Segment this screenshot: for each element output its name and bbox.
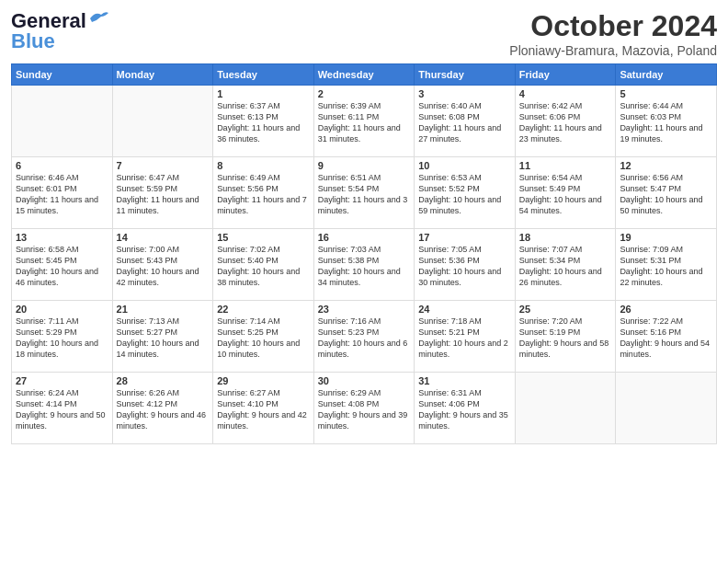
day-number: 21 <box>117 304 210 315</box>
day-number: 29 <box>217 375 310 386</box>
day-of-week-header: Monday <box>112 64 213 86</box>
day-number: 22 <box>217 304 310 315</box>
day-number: 11 <box>519 160 612 171</box>
calendar-cell: 25Sunrise: 7:20 AM Sunset: 5:19 PM Dayli… <box>515 301 616 373</box>
calendar-week-row: 1Sunrise: 6:37 AM Sunset: 6:13 PM Daylig… <box>12 86 717 157</box>
calendar-cell: 12Sunrise: 6:56 AM Sunset: 5:47 PM Dayli… <box>616 157 717 229</box>
calendar-cell: 7Sunrise: 6:47 AM Sunset: 5:59 PM Daylig… <box>112 157 213 229</box>
day-number: 7 <box>117 160 210 171</box>
day-number: 10 <box>418 160 511 171</box>
calendar-cell: 3Sunrise: 6:40 AM Sunset: 6:08 PM Daylig… <box>415 86 516 157</box>
calendar-cell <box>12 86 113 157</box>
calendar-cell: 18Sunrise: 7:07 AM Sunset: 5:34 PM Dayli… <box>515 229 616 301</box>
calendar-cell: 20Sunrise: 7:11 AM Sunset: 5:29 PM Dayli… <box>12 301 113 373</box>
day-info: Sunrise: 6:26 AM Sunset: 4:12 PM Dayligh… <box>117 387 210 432</box>
day-info: Sunrise: 6:49 AM Sunset: 5:56 PM Dayligh… <box>217 172 310 217</box>
day-info: Sunrise: 6:27 AM Sunset: 4:10 PM Dayligh… <box>217 387 310 432</box>
day-info: Sunrise: 6:37 AM Sunset: 6:13 PM Dayligh… <box>217 100 310 145</box>
calendar-week-row: 13Sunrise: 6:58 AM Sunset: 5:45 PM Dayli… <box>12 229 717 301</box>
day-info: Sunrise: 6:56 AM Sunset: 5:47 PM Dayligh… <box>620 172 712 217</box>
calendar-cell: 6Sunrise: 6:46 AM Sunset: 6:01 PM Daylig… <box>12 157 113 229</box>
calendar-cell: 31Sunrise: 6:31 AM Sunset: 4:06 PM Dayli… <box>415 373 516 444</box>
calendar-cell <box>616 373 717 444</box>
calendar-cell: 23Sunrise: 7:16 AM Sunset: 5:23 PM Dayli… <box>313 301 415 373</box>
day-info: Sunrise: 6:24 AM Sunset: 4:14 PM Dayligh… <box>16 387 108 432</box>
day-number: 28 <box>117 375 210 386</box>
day-info: Sunrise: 6:47 AM Sunset: 5:59 PM Dayligh… <box>117 172 210 217</box>
day-info: Sunrise: 7:16 AM Sunset: 5:23 PM Dayligh… <box>318 316 411 361</box>
calendar-cell: 14Sunrise: 7:00 AM Sunset: 5:43 PM Dayli… <box>112 229 213 301</box>
day-number: 1 <box>217 88 310 99</box>
day-of-week-header: Sunday <box>12 64 113 86</box>
header: General Blue October 2024 Ploniawy-Bramu… <box>11 9 717 58</box>
day-info: Sunrise: 7:22 AM Sunset: 5:16 PM Dayligh… <box>620 316 712 361</box>
logo: General Blue <box>11 9 108 53</box>
calendar-cell: 19Sunrise: 7:09 AM Sunset: 5:31 PM Dayli… <box>616 229 717 301</box>
day-number: 31 <box>418 375 511 386</box>
day-info: Sunrise: 6:53 AM Sunset: 5:52 PM Dayligh… <box>418 172 511 217</box>
calendar-cell: 4Sunrise: 6:42 AM Sunset: 6:06 PM Daylig… <box>515 86 616 157</box>
logo-bird-icon <box>88 9 108 26</box>
day-number: 5 <box>620 88 712 99</box>
day-number: 25 <box>519 304 612 315</box>
day-number: 23 <box>318 304 411 315</box>
day-number: 2 <box>318 88 411 99</box>
day-of-week-header: Wednesday <box>313 64 415 86</box>
day-number: 8 <box>217 160 310 171</box>
day-info: Sunrise: 7:20 AM Sunset: 5:19 PM Dayligh… <box>519 316 612 361</box>
day-info: Sunrise: 6:51 AM Sunset: 5:54 PM Dayligh… <box>318 172 411 217</box>
day-number: 3 <box>418 88 511 99</box>
day-number: 14 <box>117 232 210 243</box>
calendar-cell: 21Sunrise: 7:13 AM Sunset: 5:27 PM Dayli… <box>112 301 213 373</box>
calendar-cell: 5Sunrise: 6:44 AM Sunset: 6:03 PM Daylig… <box>616 86 717 157</box>
day-info: Sunrise: 6:54 AM Sunset: 5:49 PM Dayligh… <box>519 172 612 217</box>
day-number: 27 <box>16 375 108 386</box>
calendar-cell: 9Sunrise: 6:51 AM Sunset: 5:54 PM Daylig… <box>313 157 415 229</box>
calendar-cell: 2Sunrise: 6:39 AM Sunset: 6:11 PM Daylig… <box>313 86 415 157</box>
day-number: 24 <box>418 304 511 315</box>
day-info: Sunrise: 7:00 AM Sunset: 5:43 PM Dayligh… <box>117 244 210 289</box>
day-number: 6 <box>16 160 108 171</box>
day-of-week-header: Friday <box>515 64 616 86</box>
calendar-cell <box>112 86 213 157</box>
calendar-cell: 27Sunrise: 6:24 AM Sunset: 4:14 PM Dayli… <box>12 373 113 444</box>
day-of-week-header: Saturday <box>616 64 717 86</box>
day-info: Sunrise: 7:11 AM Sunset: 5:29 PM Dayligh… <box>16 316 108 361</box>
calendar-table: SundayMondayTuesdayWednesdayThursdayFrid… <box>11 63 717 444</box>
day-info: Sunrise: 6:44 AM Sunset: 6:03 PM Dayligh… <box>620 100 712 145</box>
calendar-week-row: 6Sunrise: 6:46 AM Sunset: 6:01 PM Daylig… <box>12 157 717 229</box>
calendar-cell: 26Sunrise: 7:22 AM Sunset: 5:16 PM Dayli… <box>616 301 717 373</box>
day-number: 4 <box>519 88 612 99</box>
calendar-cell: 17Sunrise: 7:05 AM Sunset: 5:36 PM Dayli… <box>415 229 516 301</box>
title-section: October 2024 Ploniawy-Bramura, Mazovia, … <box>509 9 717 58</box>
calendar-cell: 24Sunrise: 7:18 AM Sunset: 5:21 PM Dayli… <box>415 301 516 373</box>
day-of-week-header: Thursday <box>415 64 516 86</box>
day-number: 12 <box>620 160 712 171</box>
day-info: Sunrise: 6:29 AM Sunset: 4:08 PM Dayligh… <box>318 387 411 432</box>
calendar-cell: 22Sunrise: 7:14 AM Sunset: 5:25 PM Dayli… <box>213 301 314 373</box>
day-info: Sunrise: 7:14 AM Sunset: 5:25 PM Dayligh… <box>217 316 310 361</box>
day-info: Sunrise: 6:31 AM Sunset: 4:06 PM Dayligh… <box>418 387 511 432</box>
day-info: Sunrise: 7:03 AM Sunset: 5:38 PM Dayligh… <box>318 244 411 289</box>
calendar-header-row: SundayMondayTuesdayWednesdayThursdayFrid… <box>12 64 717 86</box>
calendar-cell <box>515 373 616 444</box>
day-info: Sunrise: 6:40 AM Sunset: 6:08 PM Dayligh… <box>418 100 511 145</box>
calendar-cell: 8Sunrise: 6:49 AM Sunset: 5:56 PM Daylig… <box>213 157 314 229</box>
calendar-week-row: 20Sunrise: 7:11 AM Sunset: 5:29 PM Dayli… <box>12 301 717 373</box>
day-number: 17 <box>418 232 511 243</box>
calendar-cell: 1Sunrise: 6:37 AM Sunset: 6:13 PM Daylig… <box>213 86 314 157</box>
location: Ploniawy-Bramura, Mazovia, Poland <box>509 43 717 58</box>
day-info: Sunrise: 7:02 AM Sunset: 5:40 PM Dayligh… <box>217 244 310 289</box>
day-of-week-header: Tuesday <box>213 64 314 86</box>
logo-blue-text: Blue <box>11 29 55 52</box>
day-info: Sunrise: 6:42 AM Sunset: 6:06 PM Dayligh… <box>519 100 612 145</box>
calendar-cell: 16Sunrise: 7:03 AM Sunset: 5:38 PM Dayli… <box>313 229 415 301</box>
month-title: October 2024 <box>509 9 717 43</box>
calendar-cell: 29Sunrise: 6:27 AM Sunset: 4:10 PM Dayli… <box>213 373 314 444</box>
day-info: Sunrise: 7:09 AM Sunset: 5:31 PM Dayligh… <box>620 244 712 289</box>
calendar-cell: 13Sunrise: 6:58 AM Sunset: 5:45 PM Dayli… <box>12 229 113 301</box>
day-info: Sunrise: 7:13 AM Sunset: 5:27 PM Dayligh… <box>117 316 210 361</box>
calendar-cell: 15Sunrise: 7:02 AM Sunset: 5:40 PM Dayli… <box>213 229 314 301</box>
day-number: 9 <box>318 160 411 171</box>
day-info: Sunrise: 6:46 AM Sunset: 6:01 PM Dayligh… <box>16 172 108 217</box>
